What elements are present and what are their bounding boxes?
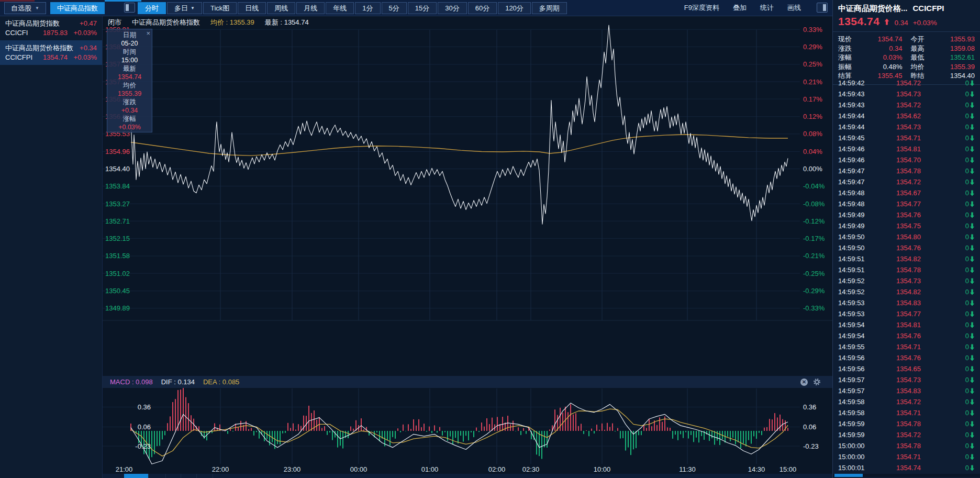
tick-row[interactable]: 14:59:501354.760: [833, 242, 980, 253]
tick-row[interactable]: 14:59:531354.830: [833, 297, 980, 308]
period-tab-年线[interactable]: 年线: [326, 2, 354, 14]
price-axis-label: 1353.84: [105, 182, 130, 190]
tick-row[interactable]: 14:59:571354.830: [833, 385, 980, 396]
period-tab-多周期[interactable]: 多周期: [532, 2, 567, 14]
watchlist-item[interactable]: 中证商品期货价格指数+0.34CCICFPI1354.74+0.03%: [0, 40, 102, 65]
tick-row[interactable]: 15:00:001354.780: [833, 440, 980, 451]
period-tab-60分[interactable]: 60分: [468, 2, 497, 14]
quote-stats: 现价1354.74今开1355.93涨跌0.34最高1359.08涨幅0.03%…: [833, 32, 980, 85]
tick-row[interactable]: 14:59:511354.820: [833, 253, 980, 264]
percent-axis-label: 0.12%: [803, 113, 822, 120]
price-axis-label: 1352.71: [105, 217, 130, 225]
period-tab-5分[interactable]: 5分: [382, 2, 407, 14]
period-tab-1分[interactable]: 1分: [355, 2, 380, 14]
tick-row[interactable]: 14:59:521354.730: [833, 275, 980, 286]
index-group-tab[interactable]: 中证商品指数: [50, 2, 105, 14]
period-tab-Tick图[interactable]: Tick图: [203, 2, 237, 14]
tick-time: 14:59:48: [838, 198, 876, 209]
tick-row[interactable]: 14:59:501354.800: [833, 231, 980, 242]
tick-row[interactable]: 15:00:001354.710: [833, 451, 980, 462]
percent-axis-label: 0.29%: [803, 43, 822, 51]
tick-row[interactable]: 14:59:561354.650: [833, 363, 980, 374]
quote-stat-row: 涨跌0.34最高1359.08: [838, 44, 975, 53]
tool-叠加[interactable]: 叠加: [733, 3, 747, 13]
tick-row[interactable]: 14:59:441354.620: [833, 110, 980, 121]
tick-row[interactable]: 14:59:461354.810: [833, 143, 980, 154]
market-status: 闭市: [108, 18, 121, 27]
macd-close-icon[interactable]: ✕: [800, 379, 808, 386]
tick-row[interactable]: 14:59:581354.720: [833, 396, 980, 407]
tick-row[interactable]: 14:59:511354.780: [833, 264, 980, 275]
tool-F9深度资料[interactable]: F9深度资料: [684, 3, 719, 13]
tick-row[interactable]: 14:59:591354.780: [833, 418, 980, 429]
arrow-down-icon: [970, 432, 975, 438]
tick-row[interactable]: 15:00:011354.740: [833, 462, 980, 473]
quote-title: 中证商品期货价格... CCICFPI: [833, 0, 980, 14]
right-panel-toggle-icon[interactable]: [817, 3, 828, 13]
stat-value: 1354.74: [860, 35, 911, 44]
tick-row[interactable]: 14:59:491354.760: [833, 209, 980, 220]
tick-row[interactable]: 14:59:541354.810: [833, 319, 980, 330]
percent-axis-label: -0.25%: [803, 270, 825, 277]
tooltip-label: 均价: [107, 81, 152, 90]
tick-row[interactable]: 14:59:481354.670: [833, 187, 980, 198]
tick-price: 1354.72: [876, 77, 921, 88]
tick-volume: 0: [965, 154, 975, 165]
tick-row[interactable]: 14:59:431354.720: [833, 99, 980, 110]
tick-row[interactable]: 14:59:541354.760: [833, 330, 980, 341]
gear-icon[interactable]: [813, 378, 821, 386]
tick-volume: 0: [965, 220, 975, 231]
tick-volume: 0: [965, 385, 975, 396]
tick-scrollbar[interactable]: [833, 474, 980, 477]
left-panel-toggle-icon[interactable]: [124, 3, 135, 13]
arrow-down-icon: [970, 421, 975, 427]
tick-row[interactable]: 14:59:521354.820: [833, 286, 980, 297]
tick-volume: 0: [965, 88, 975, 99]
period-tab-分时[interactable]: 分时: [138, 2, 166, 14]
arrow-down-icon: [970, 399, 975, 405]
macd-dif-value: DIF : 0.134: [161, 378, 195, 386]
close-icon[interactable]: ×: [146, 29, 150, 37]
tick-row[interactable]: 14:59:571354.730: [833, 374, 980, 385]
tick-row[interactable]: 14:59:421354.720: [833, 77, 980, 88]
arrow-down-icon: [970, 454, 975, 460]
watchlist-dropdown-tab[interactable]: 自选股 ▼: [4, 2, 46, 14]
period-tab-日线[interactable]: 日线: [238, 2, 266, 14]
tick-row[interactable]: 14:59:441354.730: [833, 121, 980, 132]
tick-row[interactable]: 14:59:471354.720: [833, 176, 980, 187]
period-tab-30分[interactable]: 30分: [438, 2, 466, 14]
tick-row[interactable]: 14:59:561354.760: [833, 352, 980, 363]
scrollbar-divider: [213, 474, 213, 478]
period-tab-label: 30分: [445, 3, 459, 14]
tool-画线[interactable]: 画线: [787, 3, 801, 13]
stat-label: 最低: [911, 53, 933, 62]
tick-price: 1354.62: [876, 110, 921, 121]
tick-row[interactable]: 14:59:471354.780: [833, 165, 980, 176]
tick-scrollbar-thumb[interactable]: [834, 474, 863, 477]
tick-row[interactable]: 14:59:581354.710: [833, 407, 980, 418]
watchlist-item[interactable]: 中证商品期货指数+0.47CCICFI1875.83+0.03%: [0, 16, 102, 40]
tick-row[interactable]: 14:59:531354.770: [833, 308, 980, 319]
period-tab-120分[interactable]: 120分: [498, 2, 531, 14]
period-tab-多日[interactable]: 多日▼: [167, 2, 202, 14]
period-tab-label: 15分: [415, 3, 429, 14]
tool-统计[interactable]: 统计: [760, 3, 774, 13]
period-tab-周线[interactable]: 周线: [267, 2, 295, 14]
chart-scrollbar[interactable]: [103, 474, 832, 478]
arrow-down-icon: [970, 355, 975, 361]
tick-row[interactable]: 14:59:491354.750: [833, 220, 980, 231]
tick-row[interactable]: 14:59:451354.710: [833, 132, 980, 143]
tick-row[interactable]: 14:59:591354.720: [833, 429, 980, 440]
period-tab-月线[interactable]: 月线: [296, 2, 325, 14]
tick-list[interactable]: 14:59:421354.72014:59:431354.73014:59:43…: [833, 77, 980, 473]
tick-row[interactable]: 14:59:461354.700: [833, 154, 980, 165]
tick-volume: 0: [965, 275, 975, 286]
tick-price: 1354.73: [876, 374, 921, 385]
tick-row[interactable]: 14:59:551354.710: [833, 341, 980, 352]
top-accent-strip-red: [0, 0, 35, 2]
tick-row[interactable]: 14:59:481354.770: [833, 198, 980, 209]
period-tab-15分[interactable]: 15分: [408, 2, 437, 14]
chart-scrollbar-thumb[interactable]: [124, 474, 148, 478]
tick-row[interactable]: 14:59:431354.730: [833, 88, 980, 99]
tick-volume: 0: [965, 440, 975, 451]
